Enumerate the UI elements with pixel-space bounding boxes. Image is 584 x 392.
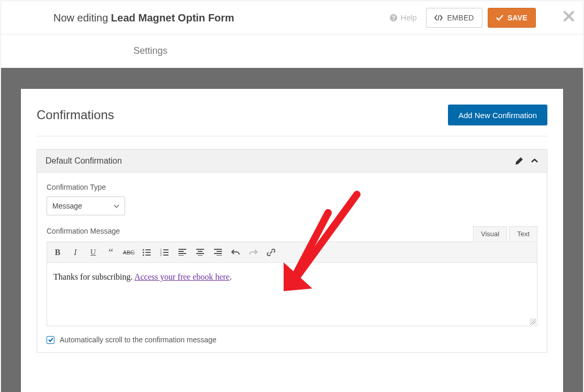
align-right-icon[interactable] <box>212 247 223 258</box>
link-icon[interactable] <box>266 247 276 258</box>
chevron-down-icon <box>114 203 119 209</box>
form-name: Lead Magnet Optin Form <box>111 12 234 24</box>
italic-icon[interactable]: I <box>70 247 81 258</box>
embed-label: EMBED <box>447 14 474 22</box>
help-icon: ? <box>389 14 398 22</box>
svg-point-5 <box>143 251 144 253</box>
editor-tab-visual[interactable]: Visual <box>473 226 507 241</box>
check-icon <box>496 15 503 21</box>
align-center-icon[interactable] <box>195 247 205 258</box>
confirmation-message-label: Confirmation Message <box>47 227 537 235</box>
numbered-list-icon[interactable]: 123 <box>159 247 170 258</box>
message-link[interactable]: Access your free ebook here <box>134 272 230 281</box>
svg-point-3 <box>143 249 144 250</box>
redo-icon[interactable] <box>248 247 259 258</box>
help-link[interactable]: ? Help <box>389 13 417 22</box>
chevron-up-icon[interactable] <box>531 157 538 165</box>
quote-icon[interactable]: “ <box>106 247 116 258</box>
confirmation-name: Default Confirmation <box>46 156 515 166</box>
undo-icon[interactable] <box>230 247 241 258</box>
align-left-icon[interactable] <box>177 247 187 258</box>
help-label: Help <box>401 13 417 22</box>
strikethrough-icon[interactable]: ABC <box>123 247 134 258</box>
bullet-list-icon[interactable] <box>141 247 152 258</box>
close-icon[interactable] <box>563 10 575 22</box>
confirmation-type-label: Confirmation Type <box>47 183 537 191</box>
editor-toolbar: B I U “ ABC 123 <box>47 242 537 263</box>
tab-settings[interactable]: Settings <box>133 45 167 56</box>
underline-icon[interactable]: U <box>88 247 98 258</box>
embed-button[interactable]: EMBED <box>426 8 482 28</box>
editing-prefix: Now editing <box>53 12 108 24</box>
bold-icon[interactable]: B <box>52 247 63 258</box>
svg-text:?: ? <box>391 15 395 21</box>
page-title: Now editing Lead Magnet Optin Form <box>53 1 389 34</box>
panel-title: Confirmations <box>37 108 114 122</box>
save-button[interactable]: SAVE <box>488 8 536 28</box>
confirmation-type-value: Message <box>52 202 82 210</box>
auto-scroll-label: Automatically scroll to the confirmation… <box>60 336 217 344</box>
editor-content[interactable]: Thanks for subscribing. Access your free… <box>47 263 537 326</box>
add-confirmation-button[interactable]: Add New Confirmation <box>448 105 547 125</box>
message-text-before: Thanks for subscribing. <box>53 272 134 281</box>
resize-grip[interactable] <box>530 318 536 325</box>
svg-point-7 <box>143 254 144 256</box>
svg-line-2 <box>438 15 439 20</box>
pencil-icon[interactable] <box>515 157 523 165</box>
confirmation-type-select[interactable]: Message <box>47 197 125 215</box>
editor-tab-text[interactable]: Text <box>509 226 537 241</box>
auto-scroll-checkbox[interactable] <box>47 336 54 344</box>
save-label: SAVE <box>508 14 527 22</box>
svg-text:3: 3 <box>160 253 162 256</box>
message-text-after: . <box>230 272 232 281</box>
code-icon <box>434 14 443 21</box>
